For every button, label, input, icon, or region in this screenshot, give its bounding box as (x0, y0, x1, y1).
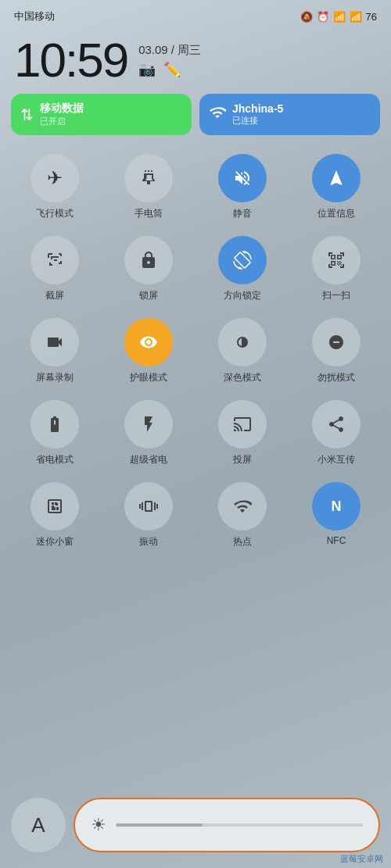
ctrl-eyecare[interactable]: 护眼模式 (102, 310, 196, 392)
nfc-label: NFC (327, 535, 346, 546)
bottom-controls-row: A ☀ (11, 798, 380, 852)
ctrl-screenshot[interactable]: 截屏 (8, 228, 102, 310)
ctrl-dnd[interactable]: 勿扰模式 (289, 310, 383, 392)
ctrl-lockscreen[interactable]: 锁屏 (102, 228, 196, 310)
flashlight-btn[interactable] (124, 154, 173, 202)
ctrl-miniwin[interactable]: 迷你小窗 (8, 474, 102, 556)
mobile-data-tile[interactable]: ⇅ 移动数据 已开启 (11, 94, 192, 135)
screenrecord-label: 屏幕录制 (36, 371, 74, 384)
wifi-tile-icon (209, 104, 226, 125)
supersave-label: 超级省电 (130, 453, 167, 466)
supersave-btn[interactable] (124, 400, 173, 448)
wifi-tile[interactable]: Jhchina-5 已连接 (199, 94, 380, 135)
ctrl-screenrecord[interactable]: 屏幕录制 (8, 310, 102, 392)
mobile-data-icon: ⇅ (20, 105, 34, 124)
ctrl-milink[interactable]: 小米互传 (289, 392, 383, 474)
battery-icon: 76 (366, 11, 377, 23)
date-action-icons: 📷 ✏️ (138, 61, 201, 78)
mobile-data-sub: 已开启 (40, 116, 84, 127)
ctrl-flashlight[interactable]: 手电筒 (102, 146, 196, 228)
ctrl-darkmode[interactable]: 深色模式 (196, 310, 289, 392)
time-section: 10:59 03.09 / 周三 📷 ✏️ (0, 30, 391, 94)
mobile-data-text: 移动数据 已开启 (40, 102, 84, 127)
wifi-tile-text: Jhchina-5 已连接 (232, 102, 283, 127)
powersave-btn[interactable] (30, 400, 79, 448)
scan-btn[interactable] (312, 236, 361, 284)
brightness-fill (116, 823, 203, 827)
lockscreen-label: 锁屏 (139, 289, 158, 302)
eyecare-btn[interactable] (124, 318, 173, 366)
miniwin-label: 迷你小窗 (36, 535, 74, 548)
ctrl-scan[interactable]: 扫一扫 (289, 228, 383, 310)
location-label: 位置信息 (317, 207, 355, 220)
screenshot-label: 截屏 (45, 289, 64, 302)
location-btn[interactable] (312, 154, 361, 202)
airplane-label: 飞行模式 (36, 207, 74, 220)
signal-icon: 📶 (333, 11, 346, 23)
status-bar: 中国移动 🔕 ⏰ 📶 📶 76 (0, 0, 391, 30)
screenshot-btn[interactable] (30, 236, 79, 284)
ctrl-vibrate[interactable]: 振动 (102, 474, 196, 556)
darkmode-btn[interactable] (218, 318, 267, 366)
controls-grid: ✈ 飞行模式 手电筒 静音 位置信 (0, 146, 391, 556)
carrier-label: 中国移动 (14, 9, 55, 23)
silent-label: 静音 (233, 207, 252, 220)
milink-label: 小米互传 (317, 453, 355, 466)
dnd-btn[interactable] (312, 318, 361, 366)
nfc-btn[interactable]: N (312, 482, 361, 530)
brightness-track (116, 823, 363, 827)
quick-tiles-row: ⇅ 移动数据 已开启 Jhchina-5 已连接 (0, 94, 391, 135)
screenrecord-btn[interactable] (30, 318, 79, 366)
vibrate-label: 振动 (139, 535, 158, 548)
ctrl-supersave[interactable]: 超级省电 (102, 392, 196, 474)
ctrl-powersave[interactable]: 省电模式 (8, 392, 102, 474)
font-icon: A (31, 813, 45, 838)
cast-btn[interactable] (218, 400, 267, 448)
powersave-label: 省电模式 (36, 453, 74, 466)
bottom-section: A ☀ (0, 790, 391, 868)
ctrl-location[interactable]: 位置信息 (289, 146, 383, 228)
ctrl-silent[interactable]: 静音 (196, 146, 289, 228)
clock-display: 10:59 (14, 36, 127, 84)
brightness-slider[interactable]: ☀ (74, 798, 380, 852)
status-icons: 🔕 ⏰ 📶 📶 76 (300, 11, 377, 23)
hotspot-btn[interactable] (218, 482, 267, 530)
mute-icon: 🔕 (300, 11, 313, 23)
cast-label: 投屏 (233, 453, 252, 466)
darkmode-label: 深色模式 (224, 371, 261, 384)
alarm-icon: ⏰ (317, 11, 329, 23)
font-size-button[interactable]: A (11, 798, 66, 852)
ctrl-cast[interactable]: 投屏 (196, 392, 289, 474)
silent-btn[interactable] (218, 154, 267, 202)
date-display: 03.09 / 周三 (138, 43, 201, 58)
nfc-text-icon: N (332, 498, 342, 515)
hotspot-label: 热点 (233, 535, 252, 548)
orientation-label: 方向锁定 (224, 289, 261, 302)
date-area: 03.09 / 周三 📷 ✏️ (138, 43, 201, 78)
wifi-status: 已连接 (232, 115, 283, 127)
dnd-label: 勿扰模式 (317, 371, 355, 384)
airplane-btn[interactable]: ✈ (30, 154, 79, 202)
brightness-icon: ☀ (91, 815, 106, 835)
eyecare-label: 护眼模式 (130, 371, 167, 384)
lockscreen-btn[interactable] (124, 236, 173, 284)
wifi-name: Jhchina-5 (232, 102, 283, 115)
flashlight-label: 手电筒 (135, 207, 163, 220)
camera-icon[interactable]: 📷 (138, 61, 156, 78)
scan-label: 扫一扫 (322, 289, 350, 302)
ctrl-nfc[interactable]: N NFC (289, 474, 383, 556)
edit-icon[interactable]: ✏️ (163, 61, 181, 78)
ctrl-orientation[interactable]: 方向锁定 (196, 228, 289, 310)
vibrate-btn[interactable] (124, 482, 173, 530)
orientation-btn[interactable] (218, 236, 267, 284)
miniwin-btn[interactable] (30, 482, 79, 530)
milink-btn[interactable] (312, 400, 361, 448)
ctrl-hotspot[interactable]: 热点 (196, 474, 289, 556)
watermark: 蓝莓安卓网 (340, 853, 383, 865)
ctrl-airplane[interactable]: ✈ 飞行模式 (8, 146, 102, 228)
mobile-data-title: 移动数据 (40, 102, 84, 116)
wifi-status-icon: 📶 (350, 11, 362, 23)
